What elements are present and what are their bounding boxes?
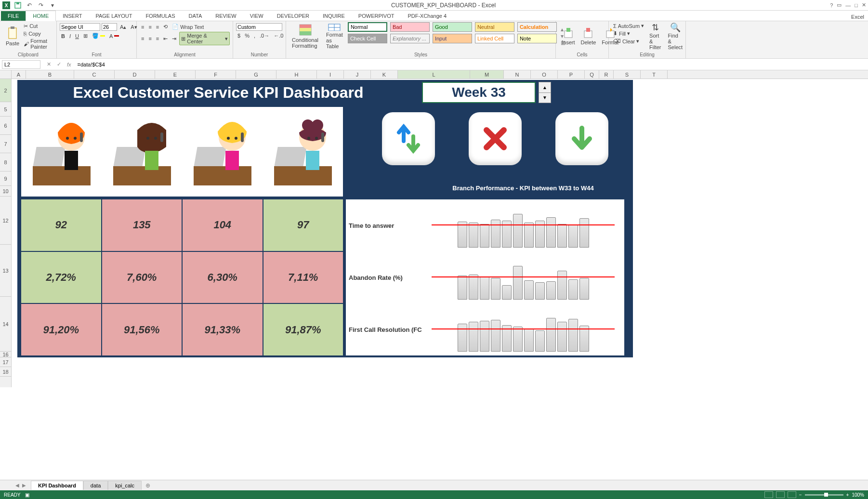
delete-cells-button[interactable]: Delete xyxy=(578,22,599,50)
row-17[interactable]: 17 xyxy=(0,357,11,367)
col-e[interactable]: E xyxy=(155,70,196,79)
align-left-icon[interactable]: ≡ xyxy=(140,35,145,42)
col-p[interactable]: P xyxy=(558,70,585,79)
col-f[interactable]: F xyxy=(196,70,236,79)
col-l[interactable]: L xyxy=(398,70,470,79)
align-right-icon[interactable]: ≡ xyxy=(155,35,160,42)
underline-button[interactable]: U xyxy=(74,33,80,39)
qat-customize-icon[interactable]: ▾ xyxy=(48,1,57,10)
ribbon-options-icon[interactable]: ▭ xyxy=(837,2,842,8)
col-q[interactable]: Q xyxy=(585,70,599,79)
grow-font-icon[interactable]: A▴ xyxy=(118,24,128,31)
find-select-button[interactable]: 🔍Find & Select xyxy=(665,22,686,50)
sheet-nav-next-icon[interactable]: ▶ xyxy=(21,483,27,488)
insert-cells-button[interactable]: Insert xyxy=(559,22,578,50)
autosum-button[interactable]: Σ AutoSum ▾ xyxy=(612,22,645,29)
sheet-tab-data[interactable]: data xyxy=(83,481,108,490)
select-all-corner[interactable] xyxy=(0,70,12,79)
comma-icon[interactable]: , xyxy=(252,32,257,39)
style-input[interactable]: Input xyxy=(433,34,472,43)
page-layout-view-icon[interactable] xyxy=(776,491,785,498)
tab-data[interactable]: DATA xyxy=(182,11,209,21)
help-icon[interactable]: ? xyxy=(830,2,833,8)
row-18[interactable]: 18 xyxy=(0,367,11,377)
zoom-slider[interactable] xyxy=(805,494,843,496)
style-linked-cell[interactable]: Linked Cell xyxy=(475,34,514,43)
increase-indent-icon[interactable]: ⇥ xyxy=(171,35,178,42)
col-a[interactable]: A xyxy=(12,70,26,79)
tab-inquire[interactable]: INQUIRE xyxy=(316,11,352,21)
tab-file[interactable]: FILE xyxy=(1,11,26,21)
redo-icon[interactable]: ↷ xyxy=(37,1,45,10)
enter-formula-icon[interactable]: ✓ xyxy=(55,61,63,67)
normal-view-icon[interactable] xyxy=(764,491,773,498)
style-calculation[interactable]: Calculation xyxy=(517,22,557,32)
sheet-nav-prev-icon[interactable]: ◀ xyxy=(14,483,20,488)
col-c[interactable]: C xyxy=(74,70,115,79)
row-7[interactable]: 7 xyxy=(0,135,11,153)
formula-input[interactable] xyxy=(76,61,868,68)
align-center-icon[interactable]: ≡ xyxy=(147,35,153,42)
cut-button[interactable]: ✂Cut xyxy=(22,23,53,30)
tab-view[interactable]: VIEW xyxy=(243,11,270,21)
col-n[interactable]: N xyxy=(504,70,531,79)
cancel-formula-icon[interactable]: ✕ xyxy=(45,61,53,67)
col-j[interactable]: J xyxy=(344,70,371,79)
row-8[interactable]: 8 xyxy=(0,153,11,171)
tab-insert[interactable]: INSERT xyxy=(56,11,89,21)
close-icon[interactable]: ✕ xyxy=(862,2,866,8)
format-painter-button[interactable]: 🖌Format Painter xyxy=(22,38,53,50)
zoom-level[interactable]: 100% xyxy=(852,492,864,498)
name-box[interactable] xyxy=(2,60,40,69)
style-bad[interactable]: Bad xyxy=(390,22,430,32)
new-sheet-button[interactable]: ⊕ xyxy=(142,481,154,490)
fill-button[interactable]: ⬇ Fill ▾ xyxy=(612,30,645,37)
maximize-icon[interactable]: □ xyxy=(855,2,858,8)
sort-action-icon[interactable] xyxy=(382,112,435,165)
row-6[interactable]: 6 xyxy=(0,117,11,135)
number-format-combo[interactable] xyxy=(236,23,282,31)
col-r[interactable]: R xyxy=(599,70,614,79)
sort-filter-button[interactable]: ⇅Sort & Filter xyxy=(646,22,664,50)
sheet-tab-kpi-dashboard[interactable]: KPI Dashboard xyxy=(31,481,83,490)
row-9[interactable]: 9 xyxy=(0,171,11,186)
col-s[interactable]: S xyxy=(614,70,641,79)
spinner-up-icon[interactable]: ▲ xyxy=(539,82,551,93)
bold-button[interactable]: B xyxy=(60,33,66,39)
worksheet-grid[interactable]: 2 5 6 7 8 9 10 12 13 14 16 17 18 Excel C… xyxy=(0,79,868,387)
font-size-combo[interactable] xyxy=(102,23,117,31)
align-top-icon[interactable]: ≡ xyxy=(140,24,145,30)
download-action-icon[interactable] xyxy=(555,112,608,165)
tab-developer[interactable]: DEVELOPER xyxy=(270,11,316,21)
page-break-view-icon[interactable] xyxy=(788,491,796,498)
font-name-combo[interactable] xyxy=(60,23,100,31)
style-normal[interactable]: Normal xyxy=(348,22,387,32)
fill-color-button[interactable]: 🪣 xyxy=(91,32,106,39)
row-13[interactable]: 13 xyxy=(0,245,11,297)
row-2[interactable]: 2 xyxy=(0,79,11,102)
row-16[interactable]: 16 xyxy=(0,352,11,357)
col-i[interactable]: I xyxy=(317,70,344,79)
style-explanatory[interactable]: Explanatory ... xyxy=(390,34,430,43)
decrease-indent-icon[interactable]: ⇤ xyxy=(162,35,169,42)
align-bottom-icon[interactable]: ≡ xyxy=(155,24,160,30)
align-middle-icon[interactable]: ≡ xyxy=(147,24,153,30)
merge-center-button[interactable]: ⊞Merge & Center▾ xyxy=(179,32,230,45)
clear-button[interactable]: ⌫ Clear ▾ xyxy=(612,38,645,45)
tab-home[interactable]: HOME xyxy=(26,11,56,21)
font-color-button[interactable]: A xyxy=(108,33,120,39)
spinner-down-icon[interactable]: ▼ xyxy=(539,93,551,103)
tab-review[interactable]: REVIEW xyxy=(209,11,243,21)
col-d[interactable]: D xyxy=(115,70,155,79)
italic-button[interactable]: I xyxy=(68,33,72,39)
format-as-table-button[interactable]: Format as Table xyxy=(323,22,346,50)
border-button[interactable]: ⊞ xyxy=(82,32,89,39)
macro-record-icon[interactable]: ▣ xyxy=(25,492,29,498)
col-b[interactable]: B xyxy=(26,70,74,79)
col-m[interactable]: M xyxy=(470,70,504,79)
col-g[interactable]: G xyxy=(236,70,276,79)
zoom-out-icon[interactable]: − xyxy=(799,492,802,498)
col-h[interactable]: H xyxy=(276,70,317,79)
fx-icon[interactable]: fx xyxy=(66,62,73,67)
row-14[interactable]: 14 xyxy=(0,297,11,352)
